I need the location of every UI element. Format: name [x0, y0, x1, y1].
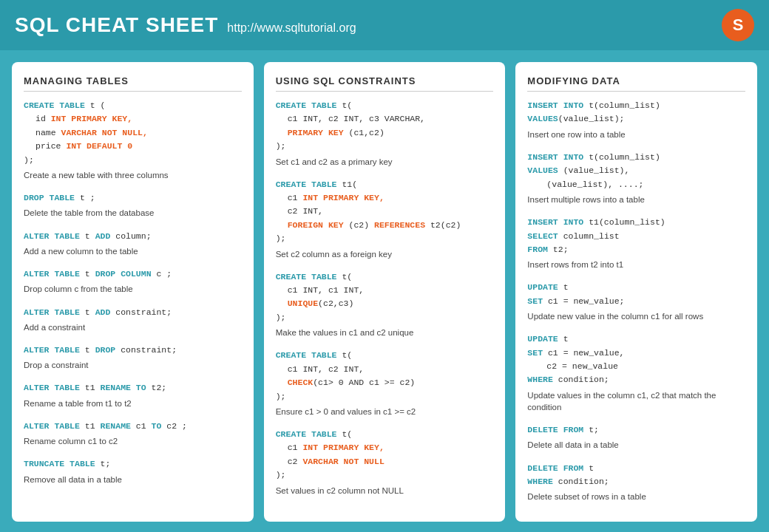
- desc-create-table: Create a new table with three columns: [24, 169, 242, 181]
- code-constraint-foreign: CREATE TABLE t1( c1 INT PRIMARY KEY, c2 …: [276, 178, 494, 246]
- section-delete-where: DELETE FROM t WHERE condition; Delete su…: [527, 462, 745, 503]
- code-insert-select: INSERT INTO t1(column_list) SELECT colum…: [527, 216, 745, 256]
- code-create-table: CREATE TABLE t ( id INT PRIMARY KEY, nam…: [24, 99, 242, 167]
- code-constraint-unique: CREATE TABLE t( c1 INT, c1 INT, UNIQUE(c…: [276, 270, 494, 325]
- code-delete-where: DELETE FROM t WHERE condition;: [527, 462, 745, 489]
- desc-constraint-primary: Set c1 and c2 as a primary key: [276, 156, 494, 168]
- panel-modifying-data: MODIFYING DATA INSERT INTO t(column_list…: [515, 62, 757, 522]
- desc-constraint-notnull: Set values in c2 column not NULL: [276, 485, 494, 497]
- content-area: MANAGING TABLES CREATE TABLE t ( id INT …: [0, 50, 769, 532]
- code-delete-all: DELETE FROM t;: [527, 423, 745, 437]
- panel-title-managing-tables: MANAGING TABLES: [24, 75, 242, 92]
- desc-alter-add-constraint: Add a constraint: [24, 321, 242, 333]
- section-delete-all: DELETE FROM t; Delete all data in a tabl…: [527, 423, 745, 451]
- section-constraint-notnull: CREATE TABLE t( c1 INT PRIMARY KEY, c2 V…: [276, 428, 494, 497]
- section-alter-add-constraint: ALTER TABLE t ADD constraint; Add a cons…: [24, 306, 242, 333]
- desc-drop-table: Delete the table from the database: [24, 207, 242, 219]
- section-insert-multiple: INSERT INTO t(column_list) VALUES (value…: [527, 151, 745, 205]
- desc-constraint-foreign: Set c2 column as a foreign key: [276, 248, 494, 260]
- section-update-all: UPDATE t SET c1 = new_value; Update new …: [527, 281, 745, 322]
- desc-alter-rename-column: Rename column c1 to c2: [24, 435, 242, 447]
- header: SQL CHEAT SHEET http://www.sqltutorial.o…: [0, 0, 769, 50]
- desc-delete-all: Delete all data in a table: [527, 439, 745, 451]
- code-alter-rename-column: ALTER TABLE t1 RENAME c1 TO c2 ;: [24, 420, 242, 433]
- desc-constraint-check: Ensure c1 > 0 and values in c1 >= c2: [276, 406, 494, 417]
- desc-alter-drop-constraint: Drop a constraint: [24, 359, 242, 371]
- desc-update-where: Update values in the column c1, c2 that …: [527, 389, 745, 413]
- desc-insert-single: Insert one row into a table: [527, 129, 745, 140]
- section-constraint-primary: CREATE TABLE t( c1 INT, c2 INT, c3 VARCH…: [276, 99, 494, 168]
- desc-constraint-unique: Make the values in c1 and c2 unique: [276, 327, 494, 338]
- section-update-where: UPDATE t SET c1 = new_value, c2 = new_va…: [527, 332, 745, 413]
- code-constraint-notnull: CREATE TABLE t( c1 INT PRIMARY KEY, c2 V…: [276, 428, 494, 482]
- code-update-all: UPDATE t SET c1 = new_value;: [527, 281, 745, 308]
- section-insert-select: INSERT INTO t1(column_list) SELECT colum…: [527, 216, 745, 270]
- section-alter-rename-column: ALTER TABLE t1 RENAME c1 TO c2 ; Rename …: [24, 420, 242, 447]
- section-alter-rename-table: ALTER TABLE t1 RENAME TO t2; Rename a ta…: [24, 381, 242, 409]
- code-insert-single: INSERT INTO t(column_list) VALUES(value_…: [527, 99, 745, 126]
- desc-alter-add-column: Add a new column to the table: [24, 245, 242, 257]
- header-left: SQL CHEAT SHEET http://www.sqltutorial.o…: [15, 13, 356, 37]
- code-alter-rename-table: ALTER TABLE t1 RENAME TO t2;: [24, 381, 242, 395]
- header-url: http://www.sqltutorial.org: [227, 21, 356, 35]
- code-drop-table: DROP TABLE t ;: [24, 191, 242, 205]
- desc-alter-drop-column: Drop column c from the table: [24, 283, 242, 295]
- section-constraint-check: CREATE TABLE t( c1 INT, c2 INT, CHECK(c1…: [276, 349, 494, 417]
- code-constraint-primary: CREATE TABLE t( c1 INT, c2 INT, c3 VARCH…: [276, 99, 494, 154]
- page-title: SQL CHEAT SHEET: [15, 13, 218, 37]
- desc-insert-multiple: Insert multiple rows into a table: [527, 194, 745, 205]
- section-create-table: CREATE TABLE t ( id INT PRIMARY KEY, nam…: [24, 99, 242, 181]
- desc-alter-rename-table: Rename a table from t1 to t2: [24, 398, 242, 409]
- desc-delete-where: Delete subset of rows in a table: [527, 491, 745, 502]
- code-alter-add-constraint: ALTER TABLE t ADD constraint;: [24, 306, 242, 319]
- panel-title-modifying-data: MODIFYING DATA: [527, 75, 745, 92]
- code-constraint-check: CREATE TABLE t( c1 INT, c2 INT, CHECK(c1…: [276, 349, 494, 403]
- code-alter-add-column: ALTER TABLE t ADD column;: [24, 230, 242, 243]
- panel-sql-constraints: USING SQL CONSTRAINTS CREATE TABLE t( c1…: [264, 62, 506, 522]
- section-alter-add-column: ALTER TABLE t ADD column; Add a new colu…: [24, 230, 242, 257]
- logo-icon: S: [722, 9, 754, 41]
- code-update-where: UPDATE t SET c1 = new_value, c2 = new_va…: [527, 332, 745, 387]
- section-constraint-foreign: CREATE TABLE t1( c1 INT PRIMARY KEY, c2 …: [276, 178, 494, 260]
- code-truncate-table: TRUNCATE TABLE t;: [24, 457, 242, 471]
- section-constraint-unique: CREATE TABLE t( c1 INT, c1 INT, UNIQUE(c…: [276, 270, 494, 339]
- code-alter-drop-constraint: ALTER TABLE t DROP constraint;: [24, 344, 242, 357]
- code-insert-multiple: INSERT INTO t(column_list) VALUES (value…: [527, 151, 745, 191]
- section-insert-single: INSERT INTO t(column_list) VALUES(value_…: [527, 99, 745, 140]
- section-alter-drop-constraint: ALTER TABLE t DROP constraint; Drop a co…: [24, 344, 242, 371]
- panel-title-sql-constraints: USING SQL CONSTRAINTS: [276, 75, 494, 92]
- section-truncate-table: TRUNCATE TABLE t; Remove all data in a t…: [24, 457, 242, 485]
- desc-truncate-table: Remove all data in a table: [24, 474, 242, 485]
- section-alter-drop-column: ALTER TABLE t DROP COLUMN c ; Drop colum…: [24, 267, 242, 295]
- desc-update-all: Update new value in the column c1 for al…: [527, 310, 745, 322]
- section-drop-table: DROP TABLE t ; Delete the table from the…: [24, 191, 242, 219]
- code-alter-drop-column: ALTER TABLE t DROP COLUMN c ;: [24, 267, 242, 281]
- desc-insert-select: Insert rows from t2 into t1: [527, 259, 745, 270]
- panel-managing-tables: MANAGING TABLES CREATE TABLE t ( id INT …: [12, 62, 254, 522]
